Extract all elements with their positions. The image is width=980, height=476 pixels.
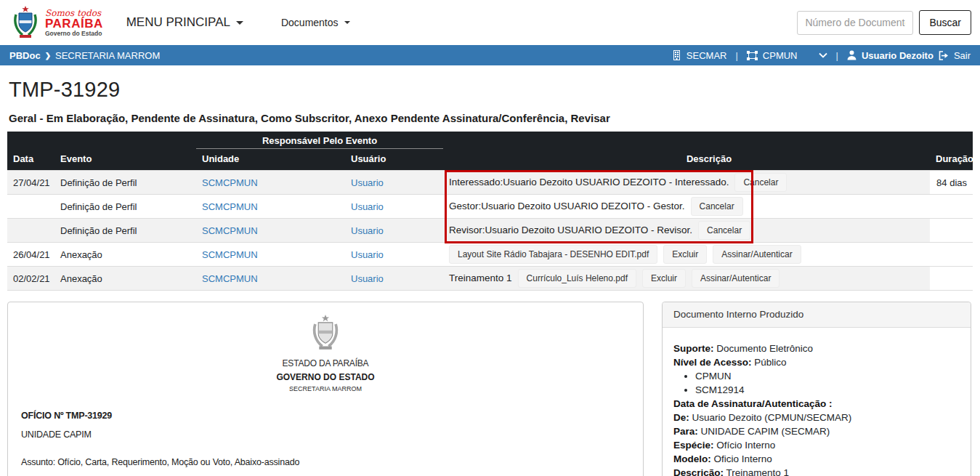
history-table-wrap: Responsável Pelo Evento Data Evento Unid… xyxy=(7,132,973,291)
org-secmar-link[interactable]: SECMAR xyxy=(687,50,727,61)
document-info-panel: Documento Interno Produzido Suporte: Doc… xyxy=(662,302,971,476)
pbdoc-home-link[interactable]: PBDoc xyxy=(9,50,41,61)
coat-of-arms-icon xyxy=(10,6,41,39)
paraiba-logo[interactable]: Somos todos PARAÍBA Governo do Estado xyxy=(10,6,103,39)
info-field: Descrição: Treinamento 1 xyxy=(673,466,960,476)
menu-principal-label: MENU PRINCIPAL xyxy=(126,15,230,30)
sign-authenticate-button[interactable]: Assinar/Autenticar xyxy=(713,245,801,264)
breadcrumb-bar: PBDoc ❯ SECRETARIA MARROM SECMAR | CPMUN… xyxy=(0,45,980,65)
unit-cell: SCMCPMUN xyxy=(196,219,345,243)
user-link[interactable]: Usuario xyxy=(351,225,384,236)
document-body: OFÍCIO Nº TMP-31929 UNIDADE CAPIM Assunt… xyxy=(21,411,643,467)
separator: | xyxy=(836,50,838,61)
document-letterhead: ESTADO DA PARAÍBA GOVERNO DO ESTADO SECR… xyxy=(8,302,643,392)
documentos-dropdown[interactable]: Documentos xyxy=(281,17,350,28)
main-content: TMP-31929 Geral - Em Elaboração, Pendent… xyxy=(0,78,980,476)
col-header-descricao: Descrição xyxy=(443,149,930,171)
event-type-cell: Anexação xyxy=(54,267,196,291)
duration-cell xyxy=(930,195,973,219)
cancel-button[interactable]: Cancelar xyxy=(698,221,750,240)
panel-body: Suporte: Documento EletrônicoNível de Ac… xyxy=(663,328,971,476)
delete-button[interactable]: Excluir xyxy=(663,245,707,264)
letterhead-government: GOVERNO DO ESTADO xyxy=(8,372,643,382)
event-type-cell: Definição de Perfil xyxy=(54,195,196,219)
unit-link[interactable]: SCMCPMUN xyxy=(202,249,258,260)
group-header-empty xyxy=(443,132,973,149)
cancel-button[interactable]: Cancelar xyxy=(691,197,743,216)
sign-out-icon xyxy=(939,51,949,60)
access-list-item: SCM12914 xyxy=(695,383,960,397)
panel-title: Documento Interno Produzido xyxy=(663,302,971,328)
menu-principal-dropdown[interactable]: MENU PRINCIPAL xyxy=(126,15,243,30)
brand-subtitle: Governo do Estado xyxy=(45,30,103,37)
separator: | xyxy=(735,50,737,61)
user-link[interactable]: Usuario xyxy=(351,177,384,188)
document-number-input[interactable] xyxy=(797,11,913,35)
building-icon xyxy=(672,50,681,60)
info-field-label: Data de Assinatura/Autenticação : xyxy=(673,398,833,409)
unit-link[interactable]: SCMCPMUN xyxy=(202,201,258,212)
group-header-responsavel: Responsável Pelo Evento xyxy=(196,132,443,149)
info-field: Modelo: Oficio Interno xyxy=(673,452,960,466)
access-list-item: CPMUN xyxy=(695,369,960,383)
info-field: Espécie: Ofício Interno xyxy=(673,438,960,452)
attachment-file-button[interactable]: Layout Site Rádio Tabajara - DESENHO EDI… xyxy=(449,245,657,264)
attachment-file-button[interactable]: Currículo_Luís Heleno.pdf xyxy=(518,269,636,288)
group-header-empty xyxy=(7,132,196,149)
unit-cell: SCMCPMUN xyxy=(196,267,345,291)
document-number: OFÍCIO Nº TMP-31929 xyxy=(21,411,643,421)
top-header: Somos todos PARAÍBA Governo do Estado ME… xyxy=(0,0,980,45)
col-header-unidade: Unidade xyxy=(196,149,345,171)
chevron-down-icon[interactable] xyxy=(819,52,827,58)
description-cell: Revisor:Usuario Dezoito USUARIO DEZOITO … xyxy=(443,219,930,243)
brand-name: PARAÍBA xyxy=(45,17,103,30)
unit-link[interactable]: SCMCPMUN xyxy=(202,225,258,236)
event-date-cell: 26/04/21 xyxy=(7,243,54,267)
chevron-down-icon xyxy=(236,21,243,25)
unit-link[interactable]: SCMCPMUN xyxy=(202,177,258,188)
status-line: Geral - Em Elaboração, Pendente de Assin… xyxy=(9,112,973,124)
info-field-label: Suporte: xyxy=(673,343,714,354)
search-button[interactable]: Buscar xyxy=(919,10,971,35)
sign-authenticate-button[interactable]: Assinar/Autenticar xyxy=(692,269,779,288)
brand-slogan: Somos todos xyxy=(45,9,103,17)
description-cell: Interessado:Usuario Dezoito USUARIO DEZO… xyxy=(443,171,930,195)
description-cell: Treinamento 1Currículo_Luís Heleno.pdfEx… xyxy=(443,267,930,291)
event-type-cell: Anexação xyxy=(54,243,196,267)
user-cell: Usuario xyxy=(345,171,443,195)
event-type-cell: Definição de Perfil xyxy=(54,219,196,243)
info-field-label: Nível de Acesso: xyxy=(673,357,752,368)
table-row: 26/04/21AnexaçãoSCMCPMUNUsuarioLayout Si… xyxy=(7,243,973,267)
info-field-label: Espécie: xyxy=(673,440,714,451)
delete-button[interactable]: Excluir xyxy=(642,269,686,288)
table-row: Definição de PerfilSCMCPMUNUsuarioReviso… xyxy=(7,219,973,243)
description-text: Treinamento 1 xyxy=(449,273,512,283)
unit-cell: SCMCPMUN xyxy=(196,195,345,219)
col-header-evento: Evento xyxy=(54,149,196,171)
unit-cell: SCMCPMUN xyxy=(196,171,345,195)
description-text: Revisor:Usuario Dezoito USUARIO DEZOITO … xyxy=(449,225,692,235)
user-link[interactable]: Usuario xyxy=(351,273,384,284)
duration-cell xyxy=(930,267,973,291)
history-table: Responsável Pelo Evento Data Evento Unid… xyxy=(7,132,973,291)
document-preview: ESTADO DA PARAÍBA GOVERNO DO ESTADO SECR… xyxy=(7,302,644,476)
unit-link[interactable]: SCMCPMUN xyxy=(202,273,258,284)
event-date-cell xyxy=(7,219,54,243)
unit-cpmun-link[interactable]: CPMUN xyxy=(763,50,798,61)
current-user-link[interactable]: Usuario Dezoito xyxy=(862,50,934,61)
user-link[interactable]: Usuario xyxy=(351,201,384,212)
document-subject: Assunto: Ofício, Carta, Requerimento, Mo… xyxy=(21,457,643,467)
table-row: Definição de PerfilSCMCPMUNUsuarioGestor… xyxy=(7,195,973,219)
breadcrumb: PBDoc ❯ SECRETARIA MARROM xyxy=(9,50,160,61)
user-link[interactable]: Usuario xyxy=(351,249,384,260)
description-cell: Layout Site Rádio Tabajara - DESENHO EDI… xyxy=(443,243,930,267)
sair-link[interactable]: Sair xyxy=(954,50,971,61)
info-field: Data de Assinatura/Autenticação : xyxy=(673,397,960,411)
user-icon xyxy=(847,50,857,60)
description-cell: Gestor:Usuario Dezoito USUARIO DEZOITO -… xyxy=(443,195,930,219)
cancel-button[interactable]: Cancelar xyxy=(734,173,787,192)
letterhead-state: ESTADO DA PARAÍBA xyxy=(8,358,643,368)
document-unit: UNIDADE CAPIM xyxy=(21,429,643,440)
description-text: Gestor:Usuario Dezoito USUARIO DEZOITO -… xyxy=(449,201,685,211)
table-row: 02/02/21AnexaçãoSCMCPMUNUsuarioTreinamen… xyxy=(7,267,973,291)
